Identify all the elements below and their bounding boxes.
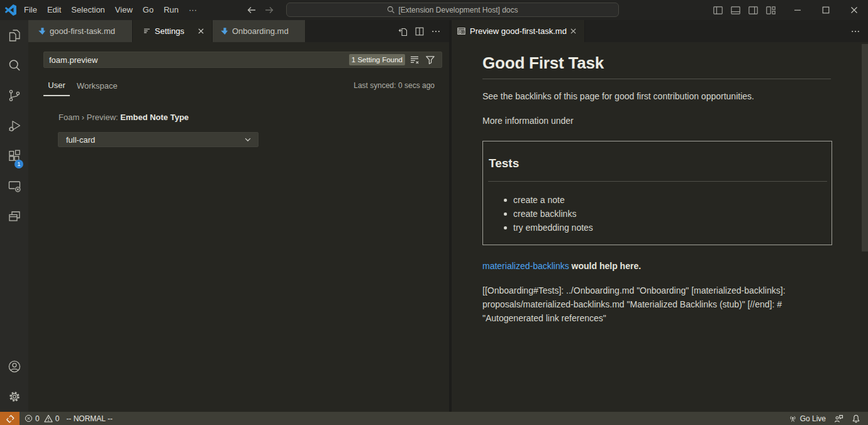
title-bar: File Edit Selection View Go Run ··· [Ext… xyxy=(0,0,868,20)
link-suffix-text: would help here. xyxy=(569,261,641,271)
feedback-icon xyxy=(834,414,843,423)
toggle-panel-icon[interactable] xyxy=(730,5,741,16)
vscode-logo xyxy=(5,4,16,16)
search-sidebar-icon[interactable] xyxy=(0,50,28,80)
markdown-file-icon xyxy=(220,27,228,35)
reference-links-line: proposals/materialized-backlinks.md "Mat… xyxy=(482,297,782,311)
menu-bar: File Edit Selection View Go Run ··· xyxy=(19,0,202,20)
settings-found-badge: 1 Setting Found xyxy=(349,54,405,65)
menu-edit[interactable]: Edit xyxy=(42,0,66,20)
filter-settings-icon[interactable] xyxy=(424,53,437,66)
extensions-icon[interactable]: 1 xyxy=(0,141,28,171)
menu-more[interactable]: ··· xyxy=(184,0,202,20)
heading-rule xyxy=(482,79,831,79)
explorer-icon[interactable] xyxy=(0,20,28,50)
preview-paragraph: More information under xyxy=(482,114,574,128)
close-tab-icon[interactable] xyxy=(567,25,579,38)
settings-editor-icon xyxy=(143,27,151,35)
list-item: create backlinks xyxy=(513,207,576,221)
last-synced-label: Last synced: 0 secs ago xyxy=(353,75,435,95)
right-editor-tab-bar: Preview good-first-task.md xyxy=(452,20,868,42)
select-value: full-card xyxy=(66,135,243,145)
go-live-label: Go Live xyxy=(800,414,826,423)
markdown-preview: Good First Task See the backlinks of thi… xyxy=(452,42,868,412)
menu-run[interactable]: Run xyxy=(159,0,184,20)
menu-selection[interactable]: Selection xyxy=(66,0,109,20)
settings-search-value: foam.preview xyxy=(49,55,349,65)
notifications-button[interactable] xyxy=(852,414,860,423)
remote-indicator[interactable] xyxy=(0,412,19,425)
tab-good-first-task[interactable]: good-first-task.md xyxy=(28,20,133,42)
tab-label: good-first-task.md xyxy=(50,26,115,36)
clear-settings-search-icon[interactable] xyxy=(408,53,421,66)
scope-tab-workspace[interactable]: Workspace xyxy=(75,75,119,96)
broadcast-icon xyxy=(789,414,797,422)
maximize-button[interactable] xyxy=(811,0,840,20)
toggle-primary-sidebar-icon[interactable] xyxy=(713,5,723,16)
reference-links-line: "Autogenerated link references" xyxy=(482,311,606,325)
run-and-debug-icon[interactable] xyxy=(0,111,28,141)
tab-label: Settings xyxy=(155,26,184,36)
setting-name: Embed Note Type xyxy=(120,113,189,122)
activity-bar: 1 xyxy=(0,20,28,412)
customize-layout-icon[interactable] xyxy=(765,5,776,16)
menu-file[interactable]: File xyxy=(19,0,42,20)
bell-icon xyxy=(852,414,860,423)
problems-status[interactable]: 0 0 xyxy=(25,414,59,423)
embedded-note-card: Tests create a note create backlinks try… xyxy=(482,141,832,245)
search-icon xyxy=(387,6,395,14)
embed-heading: Tests xyxy=(489,157,519,170)
preview-paragraph: See the backlinks of this page for good … xyxy=(482,89,754,103)
status-bar: 0 0 -- NORMAL -- Go Live xyxy=(0,412,868,425)
list-item: try embedding notes xyxy=(513,221,593,235)
menu-go[interactable]: Go xyxy=(138,0,159,20)
settings-gear-icon[interactable] xyxy=(0,382,28,412)
reference-links-line: [[Onboarding#Tests]: ../Onboarding.md "O… xyxy=(482,284,786,297)
command-center-search[interactable]: [Extension Development Host] docs xyxy=(286,3,619,17)
tab-label: Onboarding.md xyxy=(232,26,289,36)
vscode-window: File Edit Selection View Go Run ··· [Ext… xyxy=(0,0,868,425)
left-editor-tab-bar: good-first-task.md Settings Onboarding.m… xyxy=(28,20,449,42)
source-control-icon[interactable] xyxy=(0,80,28,111)
errors-icon xyxy=(25,414,33,422)
close-window-button[interactable] xyxy=(840,0,868,20)
open-settings-json-icon[interactable] xyxy=(398,26,408,36)
setting-title: Foam › Preview: Embed Note Type xyxy=(58,113,189,122)
more-actions-icon[interactable] xyxy=(431,26,441,36)
minimize-button[interactable] xyxy=(783,0,811,20)
tab-settings[interactable]: Settings xyxy=(133,20,213,42)
split-editor-icon[interactable] xyxy=(415,26,425,36)
embed-note-type-select[interactable]: full-card xyxy=(58,132,259,147)
warnings-count: 0 xyxy=(55,414,60,423)
open-preview-icon xyxy=(457,26,466,36)
remote-explorer-icon[interactable] xyxy=(0,171,28,201)
go-live-button[interactable]: Go Live xyxy=(789,414,826,423)
settings-scope-tabs: User Workspace xyxy=(43,75,119,96)
errors-count: 0 xyxy=(35,414,40,423)
back-arrow-icon[interactable] xyxy=(247,5,257,15)
tab-preview-good-first-task[interactable]: Preview good-first-task.md xyxy=(452,20,585,42)
forward-arrow-icon[interactable] xyxy=(264,5,274,15)
toggle-secondary-sidebar-icon[interactable] xyxy=(748,5,759,16)
extensions-badge: 1 xyxy=(14,160,23,168)
more-actions-icon[interactable] xyxy=(850,26,860,36)
preview-scrollbar[interactable] xyxy=(862,44,868,251)
command-center-text: [Extension Development Host] docs xyxy=(398,6,518,14)
remote-icon xyxy=(6,414,14,423)
scope-tab-user[interactable]: User xyxy=(43,75,70,96)
feedback-button[interactable] xyxy=(834,414,843,423)
vim-mode-status[interactable]: -- NORMAL -- xyxy=(66,414,113,423)
menu-view[interactable]: View xyxy=(110,0,138,20)
editor-windows-icon[interactable] xyxy=(0,201,28,231)
markdown-file-icon xyxy=(38,27,46,35)
preview-paragraph: materialized-backlinks would help here. xyxy=(482,259,641,273)
tab-onboarding[interactable]: Onboarding.md xyxy=(213,20,306,42)
warnings-icon xyxy=(44,414,53,422)
setting-category: Foam › Preview: xyxy=(58,113,120,122)
materialized-backlinks-link[interactable]: materialized-backlinks xyxy=(482,261,569,271)
close-tab-icon[interactable] xyxy=(194,25,207,38)
accounts-icon[interactable] xyxy=(0,351,28,382)
tab-label: Preview good-first-task.md xyxy=(470,26,567,36)
list-item: create a note xyxy=(513,193,565,207)
settings-search-input[interactable]: foam.preview 1 Setting Found xyxy=(43,52,442,68)
